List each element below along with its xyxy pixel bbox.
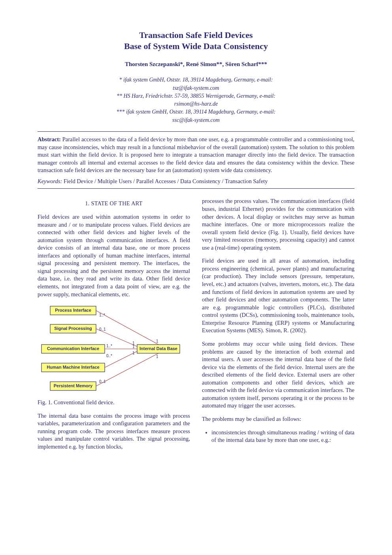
affiliation-1-line-2: tsz@ifak-system.com: [38, 84, 354, 92]
affiliation-3-line-2: ssc@ifak-system.com: [38, 116, 354, 124]
right-p4: The problems may be classified as follow…: [202, 415, 354, 423]
affiliation-3-line-1: *** ifak system GmbH, Oststr. 18, 39114 …: [38, 108, 354, 116]
title-block: Transaction Safe Field Devices Base of S…: [38, 30, 354, 51]
right-p1: processes the process values. The commun…: [202, 197, 354, 252]
card-pi-left: 1..*: [99, 313, 105, 317]
keywords: Keywords: Field Device / Multiple Users …: [38, 178, 354, 186]
figure-1: Internal Data Base Process Interface Sig…: [39, 304, 190, 395]
label-signal-processing: Signal Processing: [54, 326, 92, 331]
authors: Thorsten Szczepanski*, René Simon**, Sör…: [38, 60, 354, 68]
affiliation-1-line-1: * ifak system GmbH, Oststr. 18, 39114 Ma…: [38, 76, 354, 84]
left-column: 1. STATE OF THE ART Field devices are us…: [38, 197, 190, 451]
figure-1-svg: Internal Data Base Process Interface Sig…: [39, 304, 181, 395]
card-pm-left: 0..1: [99, 379, 106, 384]
figure-1-caption: Fig. 1. Conventional field device.: [38, 399, 190, 407]
keywords-text: Field Device / Multiple Users / Parallel…: [62, 178, 268, 184]
left-p1: Field devices are used within automation…: [38, 213, 190, 298]
left-p2: The internal data base contains the proc…: [38, 412, 190, 451]
card-ci-left: 1..*: [106, 344, 112, 348]
label-persistent-memory: Persistent Memory: [54, 383, 93, 388]
right-p2: Field devices are used in all areas of a…: [202, 257, 354, 335]
card-ci-right: 1: [132, 345, 135, 349]
divider-bottom: [38, 188, 354, 189]
card-hmi-right: 1: [132, 351, 135, 355]
card-pi-right: 1: [156, 339, 158, 343]
label-process-interface: Process Interface: [55, 308, 91, 313]
abstract-text: Parallel accesses to the data of a field…: [38, 136, 354, 173]
keywords-label: Keywords:: [38, 178, 62, 184]
right-column: processes the process values. The commun…: [202, 197, 354, 451]
affiliation-2-line-2: rsimon@hs-harz.de: [38, 100, 354, 108]
card-pm-right: 1: [156, 354, 158, 359]
title-line-1: Transaction Safe Field Devices: [38, 30, 354, 41]
label-human-machine-interface: Human Machine Interface: [47, 365, 99, 369]
body-columns: 1. STATE OF THE ART Field devices are us…: [38, 197, 354, 451]
right-p3: Some problems may occur while using fiel…: [202, 340, 354, 410]
title-line-2: Base of System Wide Data Consistency: [38, 41, 354, 52]
affiliations: * ifak system GmbH, Oststr. 18, 39114 Ma…: [38, 76, 354, 124]
abstract-label: Abstract:: [38, 136, 61, 142]
right-bullets: inconsistencies through simultaneous rea…: [202, 429, 354, 444]
card-sp-left: 0..1: [99, 327, 106, 331]
label-communication-interface: Communication Interface: [47, 346, 99, 351]
section-1-heading: 1. STATE OF THE ART: [38, 200, 190, 208]
abstract: Abstract: Parallel accesses to the data …: [38, 136, 354, 174]
affiliation-2-line-1: ** HS Harz, Friedrichstr. 57-59, 38855 W…: [38, 92, 354, 100]
divider-top: [38, 131, 354, 132]
right-bullet-1: inconsistencies through simultaneous rea…: [211, 429, 354, 444]
card-hmi-left: 0..*: [106, 354, 112, 358]
label-internal-data-base: Internal Data Base: [139, 346, 177, 351]
